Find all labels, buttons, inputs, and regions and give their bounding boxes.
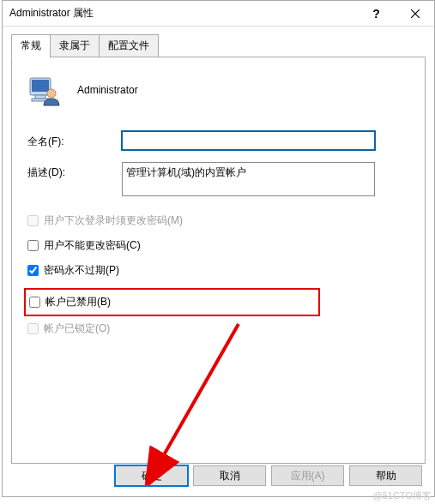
checkbox-neverexpire-label: 密码永不过期(P) bbox=[44, 263, 119, 278]
checkbox-mustchange bbox=[27, 215, 39, 226]
checkbox-disabled-row[interactable]: 帐户已禁用(B) bbox=[29, 295, 315, 309]
highlight-box: 帐户已禁用(B) bbox=[24, 288, 320, 316]
tab-memberof[interactable]: 隶属于 bbox=[50, 34, 100, 57]
checkbox-cantchange-label: 用户不能更改密码(C) bbox=[44, 238, 141, 253]
svg-rect-4 bbox=[35, 95, 45, 99]
checkbox-locked-label: 帐户已锁定(O) bbox=[44, 321, 110, 336]
checkbox-mustchange-row: 用户下次登录时须更改密码(M) bbox=[27, 213, 409, 228]
checkbox-cantchange-row[interactable]: 用户不能更改密码(C) bbox=[27, 238, 409, 253]
help-button-bottom[interactable]: 帮助 bbox=[349, 465, 422, 486]
tab-strip: 常规 隶属于 配置文件 bbox=[11, 34, 426, 57]
fullname-input[interactable] bbox=[122, 131, 375, 150]
tab-panel-general: Administrator 全名(F): 描述(D): 用户下次登录时须更改密码… bbox=[11, 57, 426, 464]
apply-button: 应用(A) bbox=[271, 465, 344, 486]
user-icon bbox=[27, 73, 62, 107]
checkbox-neverexpire-row[interactable]: 密码永不过期(P) bbox=[27, 263, 409, 278]
close-icon bbox=[411, 9, 420, 18]
checkbox-disabled[interactable] bbox=[29, 297, 40, 308]
checkbox-locked bbox=[27, 323, 39, 334]
titlebar[interactable]: Administrator 属性 ? bbox=[3, 1, 434, 27]
cancel-button[interactable]: 取消 bbox=[193, 465, 266, 486]
checkbox-locked-row: 帐户已锁定(O) bbox=[27, 321, 409, 336]
checkbox-neverexpire[interactable] bbox=[27, 265, 39, 276]
fullname-label: 全名(F): bbox=[27, 131, 122, 149]
dialog-button-bar: 确定 取消 应用(A) 帮助 bbox=[115, 465, 422, 486]
username-display: Administrator bbox=[77, 84, 138, 96]
help-button[interactable]: ? bbox=[357, 1, 396, 27]
dialog-window: Administrator 属性 ? 常规 隶属于 配置文件 bbox=[2, 0, 435, 497]
checkbox-cantchange[interactable] bbox=[27, 240, 39, 251]
close-button[interactable] bbox=[396, 1, 434, 27]
tab-general[interactable]: 常规 bbox=[11, 34, 51, 57]
description-input[interactable] bbox=[122, 162, 375, 196]
tab-profile[interactable]: 配置文件 bbox=[99, 34, 159, 57]
window-title: Administrator 属性 bbox=[9, 6, 357, 21]
checkbox-disabled-label: 帐户已禁用(B) bbox=[45, 295, 111, 309]
watermark: @51CTO博客 bbox=[373, 489, 432, 502]
svg-rect-3 bbox=[32, 80, 49, 92]
svg-point-6 bbox=[47, 89, 56, 98]
checkbox-mustchange-label: 用户下次登录时须更改密码(M) bbox=[44, 213, 183, 228]
ok-button[interactable]: 确定 bbox=[115, 465, 188, 486]
description-label: 描述(D): bbox=[27, 162, 122, 180]
